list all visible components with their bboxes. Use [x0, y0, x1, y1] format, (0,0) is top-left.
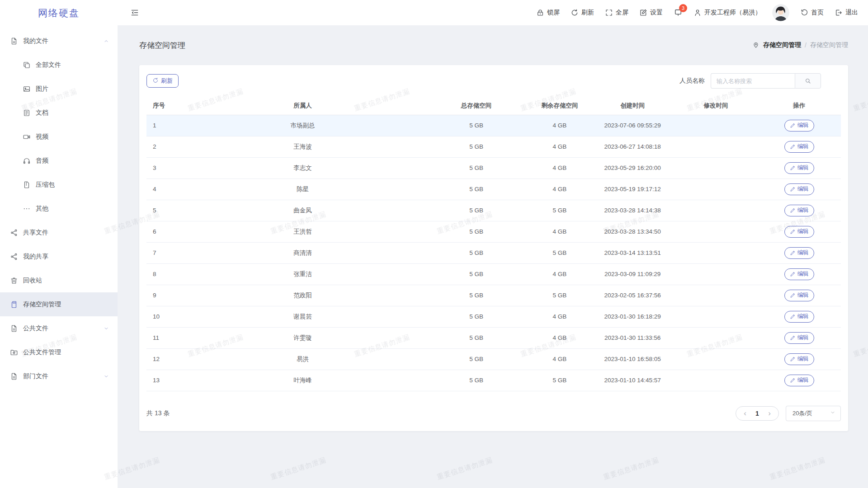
sidebar-item-label: 回收站	[23, 277, 109, 285]
content-card: 刷新 人员名称 序号所属人总存储空间剩余存储空间创建时间修改时间操作 1市场副总…	[139, 65, 848, 431]
topbar-action-label: 开发工程师（易洪）	[704, 9, 761, 17]
edit-button[interactable]: 编辑	[784, 268, 814, 280]
edit-button[interactable]: 编辑	[784, 205, 814, 216]
search-input[interactable]	[711, 73, 795, 89]
modified-cell	[674, 285, 757, 306]
refresh-icon-slot	[152, 77, 159, 85]
sidebar-item-public-files-management[interactable]: 公共文件管理	[0, 340, 118, 364]
total-cell: 5 GB	[424, 327, 528, 348]
topbar-action-fullscreen[interactable]: 全屏	[605, 9, 628, 17]
edit-button[interactable]: 编辑	[784, 183, 814, 195]
topbar-action-notifications[interactable]: 3	[674, 8, 683, 17]
sidebar-item-shared-files[interactable]: 共享文件	[0, 221, 118, 244]
sidebar-item-videos[interactable]: 视频	[0, 125, 118, 149]
total-cell: 5 GB	[424, 242, 528, 263]
edit-icon	[790, 229, 796, 235]
edit-button[interactable]: 编辑	[784, 353, 814, 365]
column-header-modified: 修改时间	[674, 97, 757, 115]
table-row: 6王洪哲5 GB4 GB2023-03-28 13:34:50编辑	[146, 221, 841, 242]
remaining-cell: 5 GB	[528, 370, 591, 391]
modified-cell	[674, 136, 757, 157]
breadcrumb-item[interactable]: 存储空间管理	[763, 41, 801, 49]
sidebar-item-all-files[interactable]: 全部文件	[0, 53, 118, 77]
refresh-button[interactable]: 刷新	[146, 74, 179, 88]
edit-button[interactable]: 编辑	[784, 162, 814, 174]
remaining-cell: 4 GB	[528, 115, 591, 136]
edit-icon	[790, 144, 796, 150]
topbar-action-label: 全屏	[616, 9, 628, 17]
table-row: 2王海波5 GB4 GB2023-06-27 14:08:18编辑	[146, 136, 841, 157]
owner-cell: 范政阳	[181, 285, 425, 306]
column-header-total: 总存储空间	[424, 97, 528, 115]
sdcard-icon	[10, 300, 18, 309]
owner-cell: 市场副总	[181, 115, 425, 136]
edit-button[interactable]: 编辑	[784, 141, 814, 153]
location-icon	[752, 41, 760, 48]
edit-button[interactable]: 编辑	[784, 375, 814, 386]
sidebar-item-my-shares[interactable]: 我的共享	[0, 244, 118, 268]
edit-button[interactable]: 编辑	[784, 247, 814, 259]
sidebar-item-department-files[interactable]: 部门文件	[0, 364, 118, 388]
chevron-down-icon	[103, 373, 109, 380]
topbar-action-logout[interactable]: 退出	[835, 9, 858, 17]
search-button[interactable]	[795, 73, 821, 89]
table-row: 13叶海峰5 GB5 GB2023-01-10 14:45:57编辑	[146, 370, 841, 391]
next-page-button[interactable]: ›	[763, 407, 776, 420]
actions-cell: 编辑	[758, 157, 841, 178]
total-cell: 5 GB	[424, 115, 528, 136]
sidebar-item-audio[interactable]: 音频	[0, 149, 118, 173]
total-cell: 5 GB	[424, 285, 528, 306]
created-cell: 2023-06-27 14:08:18	[591, 136, 674, 157]
total-cell: 5 GB	[424, 263, 528, 285]
share-icon	[10, 253, 18, 261]
user-avatar-image	[772, 4, 789, 21]
table-row: 4陈星5 GB4 GB2023-05-19 19:17:12编辑	[146, 178, 841, 200]
sidebar-item-archives[interactable]: 压缩包	[0, 173, 118, 197]
sidebar-item-label: 共享文件	[23, 229, 109, 237]
actions-cell: 编辑	[758, 306, 841, 327]
prev-page-button[interactable]: ‹	[739, 407, 751, 420]
created-cell: 2023-03-14 13:13:51	[591, 242, 674, 263]
page-size-select[interactable]: 20条/页	[786, 406, 841, 421]
sidebar-item-recycle-bin[interactable]: 回收站	[0, 268, 118, 292]
edit-icon	[790, 356, 796, 362]
edit-button[interactable]: 编辑	[784, 120, 814, 131]
page-size-chevron-slot	[830, 409, 836, 417]
index-cell: 1	[146, 115, 181, 136]
back-icon	[800, 9, 808, 17]
topbar-action-lock-screen[interactable]: 锁屏	[536, 9, 560, 17]
sidebar-item-documents[interactable]: 文档	[0, 101, 118, 125]
topbar-action-refresh[interactable]: 刷新	[571, 9, 594, 17]
modified-cell	[674, 115, 757, 136]
edit-button[interactable]: 编辑	[784, 226, 814, 238]
remaining-cell: 4 GB	[528, 348, 591, 370]
remaining-cell: 5 GB	[528, 285, 591, 306]
sidebar-item-my-files[interactable]: 我的文件	[0, 29, 118, 53]
refresh-icon	[152, 77, 159, 84]
created-cell: 2023-03-28 13:34:50	[591, 221, 674, 242]
edit-button[interactable]: 编辑	[784, 311, 814, 323]
edit-button[interactable]: 编辑	[784, 290, 814, 301]
sidebar-item-public-files[interactable]: 公共文件	[0, 316, 118, 340]
topbar-action-settings[interactable]: 设置	[639, 9, 663, 17]
edit-button[interactable]: 编辑	[784, 332, 814, 344]
sidebar-item-images[interactable]: 图片	[0, 77, 118, 101]
page-size-label: 20条/页	[793, 409, 812, 418]
current-page[interactable]: 1	[751, 410, 763, 417]
edit-icon	[790, 250, 796, 256]
breadcrumb-separator: /	[805, 42, 807, 49]
topbar-action-home[interactable]: 首页	[800, 9, 824, 17]
table-row: 12易洪5 GB4 GB2023-01-10 16:58:05编辑	[146, 348, 841, 370]
file-icon	[10, 372, 18, 380]
edit-icon	[790, 122, 796, 128]
files-icon	[23, 61, 31, 69]
remaining-cell: 4 GB	[528, 178, 591, 200]
topbar-action-avatar[interactable]	[772, 4, 789, 21]
topbar-action-user-role[interactable]: 开发工程师（易洪）	[693, 9, 761, 17]
image-icon	[23, 85, 31, 93]
sidebar-item-others[interactable]: 其他	[0, 197, 118, 221]
created-cell: 2023-05-19 19:17:12	[591, 178, 674, 200]
total-cell: 5 GB	[424, 178, 528, 200]
sidebar-item-storage-management[interactable]: 存储空间管理	[0, 292, 118, 316]
sidebar-collapse-button[interactable]	[130, 8, 139, 17]
